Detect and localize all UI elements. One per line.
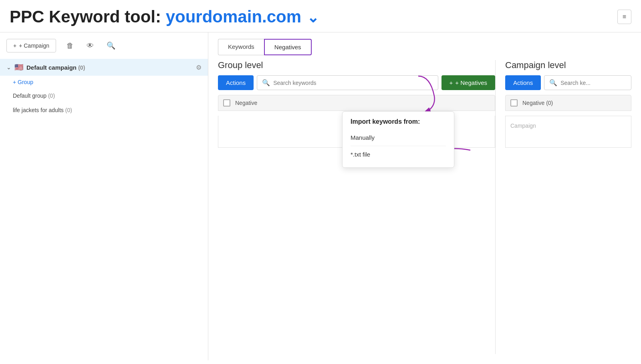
campaign-search-box: 🔍 [544, 75, 631, 90]
group-search-input[interactable] [273, 80, 433, 86]
panels-container: Group level Actions 🔍 + + Negatives [218, 60, 631, 354]
sidebar: + + Campaign 🗑 👁 🔍 ⌄ 🇺🇸 Default campaign… [0, 32, 208, 360]
settings-button[interactable]: ≡ [617, 10, 631, 24]
import-txt-item[interactable]: *.txt file [351, 148, 446, 161]
campaign-table-col-negative: Negative (0) [522, 100, 553, 106]
list-item[interactable]: life jackets for adults (0) [0, 103, 208, 117]
campaign-name: Default campaign (0) [26, 64, 192, 71]
title-prefix: PPC Keyword tool: [10, 7, 166, 26]
campaign-empty-text: Campaign [510, 123, 536, 129]
sidebar-toolbar: + + Campaign 🗑 👁 🔍 [0, 39, 208, 59]
settings-icon: ≡ [623, 13, 626, 20]
group-panel-toolbar: Actions 🔍 + + Negatives [218, 75, 495, 90]
campaign-row[interactable]: ⌄ 🇺🇸 Default campaign (0) ⚙ [0, 59, 208, 76]
gear-icon[interactable]: ⚙ [196, 64, 202, 71]
group-count: (0) [65, 107, 72, 113]
flag-icon: 🇺🇸 [14, 63, 23, 72]
search-icon: 🔍 [107, 42, 115, 50]
add-icon: + [13, 42, 16, 49]
import-manually-item[interactable]: Manually [351, 131, 446, 144]
eye-button[interactable]: 👁 [84, 40, 96, 52]
campaign-panel-title: Campaign level [505, 60, 631, 70]
group-panel-title: Group level [218, 60, 495, 70]
plus-icon: + [450, 79, 453, 86]
main-layout: + + Campaign 🗑 👁 🔍 ⌄ 🇺🇸 Default campaign… [0, 32, 641, 360]
domain-chevron: ⌄ [303, 9, 319, 26]
add-group-button[interactable]: + Group [0, 76, 46, 88]
add-campaign-button[interactable]: + + Campaign [6, 39, 56, 52]
domain-text: yourdomain.com [166, 7, 301, 26]
search-icon: 🔍 [549, 79, 557, 86]
tab-negatives[interactable]: Negatives [264, 39, 312, 55]
search-sidebar-button[interactable]: 🔍 [104, 40, 118, 52]
add-negatives-button[interactable]: + + Negatives [441, 75, 495, 90]
table-row: Campaign [506, 116, 631, 135]
campaign-table-header: Negative (0) [505, 95, 631, 111]
trash-icon: 🗑 [67, 42, 74, 50]
campaign-table-body: Campaign [505, 116, 631, 148]
import-keywords-dropdown: Import keywords from: Manually *.txt fil… [342, 111, 454, 168]
eye-icon: 👁 [87, 42, 94, 50]
campaign-actions-button[interactable]: Actions [505, 75, 541, 90]
delete-button[interactable]: 🗑 [64, 40, 76, 52]
group-search-box: 🔍 [257, 75, 438, 90]
group-level-panel: Group level Actions 🔍 + + Negatives [218, 60, 495, 354]
dropdown-title: Import keywords from: [351, 118, 446, 125]
group-table-header: Negative [218, 95, 495, 111]
group-name: life jackets for adults [13, 107, 65, 113]
list-item[interactable]: Default group (0) [0, 88, 208, 103]
expand-chevron-icon: ⌄ [6, 64, 11, 70]
content-area: Keywords Negatives Group level Actions 🔍 [208, 32, 641, 360]
group-count: (0) [48, 93, 55, 99]
group-actions-button[interactable]: Actions [218, 75, 254, 90]
campaign-table-checkbox[interactable] [510, 99, 518, 107]
campaign-count: (0) [78, 64, 85, 71]
group-table-col-negative: Negative [235, 100, 257, 106]
group-name: Default group [13, 93, 48, 99]
campaign-search-input[interactable] [560, 80, 626, 86]
campaign-panel-toolbar: Actions 🔍 [505, 75, 631, 90]
dropdown-divider [351, 146, 446, 146]
group-table-checkbox[interactable] [223, 99, 230, 107]
tab-keywords[interactable]: Keywords [218, 39, 264, 55]
search-icon: 🔍 [262, 79, 270, 86]
tab-bar: Keywords Negatives [218, 39, 631, 55]
page-title: PPC Keyword tool: yourdomain.com ⌄ [10, 7, 319, 26]
campaign-level-panel: Campaign level Actions 🔍 Negative (0) [495, 60, 631, 354]
header: PPC Keyword tool: yourdomain.com ⌄ ≡ [0, 0, 641, 32]
add-campaign-label: + Campaign [19, 42, 49, 49]
